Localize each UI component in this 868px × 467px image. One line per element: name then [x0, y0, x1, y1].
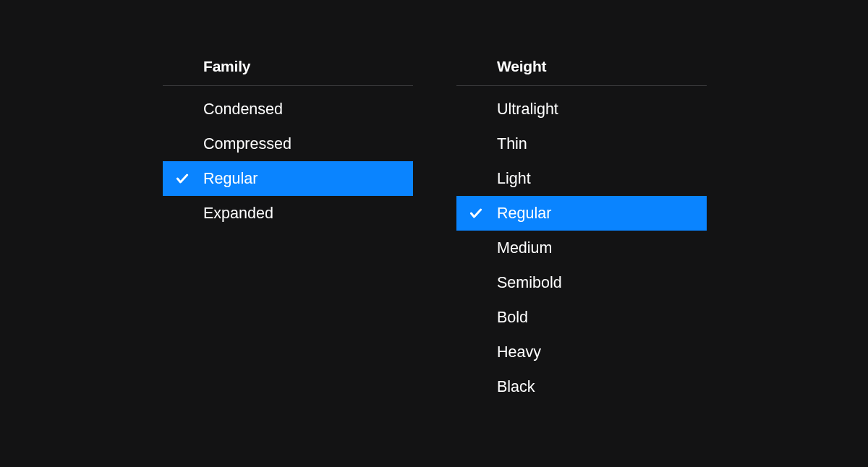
- family-item-compressed[interactable]: Compressed: [163, 127, 413, 161]
- weight-item-light[interactable]: Light: [456, 161, 707, 196]
- weight-item-black[interactable]: Black: [456, 369, 707, 404]
- menu-item-label: Heavy: [497, 343, 541, 361]
- weight-item-thin[interactable]: Thin: [456, 127, 707, 161]
- menu-item-label: Regular: [497, 205, 551, 223]
- check-container: [469, 206, 497, 220]
- weight-item-ultralight[interactable]: Ultralight: [456, 92, 707, 127]
- menu-item-label: Light: [497, 170, 531, 188]
- family-list: Condensed Compressed Regular: [163, 86, 413, 231]
- check-container: [175, 171, 203, 186]
- checkmark-icon: [469, 206, 483, 220]
- family-item-condensed[interactable]: Condensed: [163, 92, 413, 127]
- weight-list: Ultralight Thin Light R: [456, 86, 707, 404]
- weight-item-heavy[interactable]: Heavy: [456, 335, 707, 369]
- menu-item-label: Compressed: [203, 135, 292, 153]
- weight-menu: Weight Ultralight Thin Li: [456, 58, 707, 467]
- menu-item-label: Thin: [497, 135, 527, 153]
- menu-item-label: Expanded: [203, 205, 273, 223]
- menu-item-label: Bold: [497, 309, 528, 327]
- menu-item-label: Condensed: [203, 100, 283, 119]
- weight-item-regular[interactable]: Regular: [456, 196, 707, 231]
- weight-item-semibold[interactable]: Semibold: [456, 265, 707, 300]
- checkmark-icon: [175, 171, 190, 186]
- family-item-expanded[interactable]: Expanded: [163, 196, 413, 231]
- menu-item-label: Ultralight: [497, 100, 558, 119]
- menu-item-label: Medium: [497, 239, 552, 257]
- menu-item-label: Black: [497, 378, 535, 396]
- family-menu: Family Condensed Compressed: [163, 58, 413, 467]
- weight-item-medium[interactable]: Medium: [456, 231, 707, 265]
- menu-item-label: Regular: [203, 170, 258, 188]
- family-header: Family: [163, 58, 413, 86]
- menu-item-label: Semibold: [497, 274, 562, 292]
- weight-item-bold[interactable]: Bold: [456, 300, 707, 335]
- family-item-regular[interactable]: Regular: [163, 161, 413, 196]
- weight-header: Weight: [456, 58, 707, 86]
